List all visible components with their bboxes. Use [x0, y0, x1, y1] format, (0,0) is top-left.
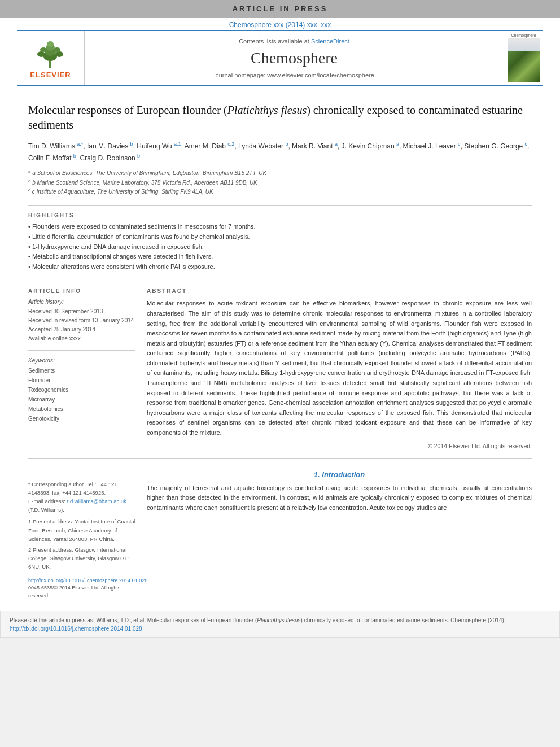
history-items: Received 30 September 2013 Received in r…	[28, 307, 135, 343]
revised: Received in revised form 13 January 2014	[28, 316, 135, 325]
sciencedirect-prefix: Contents lists available at	[239, 38, 311, 45]
highlights-label: HIGHLIGHTS	[28, 212, 532, 219]
intro-col-right: 1. Introduction The majority of terrestr…	[147, 466, 532, 600]
aip-banner: ARTICLE IN PRESS	[0, 0, 560, 18]
highlight-item-2: Little differential accumulation of cont…	[28, 232, 532, 242]
divider-3	[28, 458, 532, 459]
cover-image	[508, 51, 540, 82]
elsevier-logo: ELSEVIER	[30, 37, 71, 79]
citation-prefix: Please cite this article in press as: Wi…	[10, 617, 257, 623]
svg-rect-0	[49, 60, 51, 68]
journal-cover	[508, 38, 540, 82]
title-italic: Platichthys flesus	[228, 104, 307, 116]
footnotes: * Corresponding author. Tel.: +44 121 41…	[28, 475, 135, 571]
history-label: Article history:	[28, 299, 135, 305]
svg-point-6	[55, 51, 63, 57]
intro-heading: 1. Introduction	[147, 470, 532, 479]
citation-bar: Please cite this article in press as: Wi…	[0, 611, 560, 638]
svg-point-4	[47, 41, 54, 47]
journal-homepage: journal homepage: www.elsevier.com/locat…	[214, 72, 374, 78]
svg-point-8	[54, 47, 60, 52]
abstract-text: Molecular responses to acute toxicant ex…	[147, 299, 532, 438]
highlights-list: Flounders were exposed to contaminated s…	[28, 222, 532, 272]
title-plain: Molecular responses of European flounder…	[28, 104, 228, 116]
keyword-4: Metabolomics	[28, 404, 135, 414]
abstract-label: ABSTRACT	[147, 288, 532, 294]
aip-text: ARTICLE IN PRESS	[233, 5, 328, 13]
authors: Tim D. Williams a,*, Ian M. Davies b, Hu…	[28, 140, 532, 164]
intro-col-left: * Corresponding author. Tel.: +44 121 41…	[28, 466, 135, 600]
affiliations: a a School of Biosciences, The Universit…	[28, 168, 532, 196]
elsevier-tree-icon	[33, 37, 67, 68]
online: Available online xxxx	[28, 334, 135, 343]
email-link[interactable]: t.d.williams@bham.ac.uk	[67, 498, 126, 504]
intro-section: 1. Introduction The majority of terrestr…	[147, 470, 532, 513]
divider-keywords	[28, 350, 135, 351]
colin-name: Colin	[28, 154, 43, 162]
article-info-label: ARTICLE INFO	[28, 288, 135, 294]
note2: 2 Present address: Glasgow International…	[28, 545, 135, 571]
masthead: ELSEVIER Contents lists available at Sci…	[17, 30, 543, 86]
keyword-2: Toxicogenomics	[28, 385, 135, 395]
highlights-section: HIGHLIGHTS Flounders were exposed to con…	[28, 212, 532, 272]
svg-point-5	[37, 51, 45, 57]
sciencedirect-line: Contents lists available at ScienceDirec…	[239, 38, 349, 45]
affiliation-a-text: a School of Biosciences, The University …	[32, 171, 266, 177]
keywords-label: Keywords:	[28, 357, 135, 364]
citation-italic: Platichthys flesus	[257, 617, 300, 623]
journal-header-text: Chemosphere xxx (2014) xxx–xxx	[229, 21, 331, 29]
intro-text: The majority of terrestrial and aquatic …	[147, 483, 532, 513]
page: ARTICLE IN PRESS Chemosphere xxx (2014) …	[0, 0, 560, 638]
email-suffix: (T.D. Williams).	[28, 506, 64, 513]
abstract-col: ABSTRACT Molecular responses to acute to…	[147, 288, 532, 449]
masthead-logo: ELSEVIER	[17, 31, 85, 85]
highlight-item-3: 1-Hydroxypyrene and DNA damage increased…	[28, 242, 532, 252]
affiliation-a: a a School of Biosciences, The Universit…	[28, 168, 532, 177]
copyright: © 2014 Elsevier Ltd. All rights reserved…	[147, 443, 532, 449]
cover-label: Chemosphere	[511, 33, 536, 37]
doi-link[interactable]: http://dx.doi.org/10.1016/j.chemosphere.…	[28, 578, 147, 583]
affiliation-b-text: b Marine Scotland Science, Marine Labora…	[32, 180, 257, 186]
keyword-1: Flounder	[28, 375, 135, 385]
doi-area: http://dx.doi.org/10.1016/j.chemosphere.…	[28, 577, 135, 600]
citation-link[interactable]: http://dx.doi.org/10.1016/j.chemosphere.…	[10, 626, 142, 632]
intro-two-col: * Corresponding author. Tel.: +44 121 41…	[28, 466, 532, 600]
two-col-section: ARTICLE INFO Article history: Received 3…	[28, 288, 532, 449]
note1: 1 Present address: Yantai Institute of C…	[28, 517, 135, 543]
highlight-item-1: Flounders were exposed to contaminated s…	[28, 222, 532, 232]
main-content: Molecular responses of European flounder…	[0, 86, 560, 611]
affiliation-c: c c Institute of Aquaculture, The Univer…	[28, 187, 532, 196]
affiliation-b: b b Marine Scotland Science, Marine Labo…	[28, 178, 532, 187]
corresponding-note: * Corresponding author. Tel.: +44 121 41…	[28, 480, 135, 497]
article-info-col: ARTICLE INFO Article history: Received 3…	[28, 288, 135, 449]
keyword-0: Sediments	[28, 366, 135, 375]
masthead-right: Chemosphere	[504, 31, 543, 85]
keyword-5: Genotoxicity	[28, 414, 135, 423]
highlight-item-5: Molecular alterations were consistent wi…	[28, 262, 532, 272]
divider-2	[28, 281, 532, 281]
journal-name: Chemosphere	[251, 49, 338, 67]
doi-link-line: http://dx.doi.org/10.1016/j.chemosphere.…	[28, 577, 135, 585]
sciencedirect-link[interactable]: ScienceDirect	[311, 38, 349, 45]
affiliation-c-text: c Institute of Aquaculture, The Universi…	[32, 189, 213, 195]
accepted: Accepted 25 January 2014	[28, 325, 135, 334]
received: Received 30 September 2013	[28, 307, 135, 316]
keyword-3: Microarray	[28, 395, 135, 404]
email-label: E-mail address:	[28, 498, 67, 504]
citation-middle: ) chronically exposed to contaminated es…	[301, 617, 506, 623]
issn-line: 0045-6535/© 2014 Elsevier Ltd. All right…	[28, 584, 135, 600]
email-line: E-mail address: t.d.williams@bham.ac.uk …	[28, 497, 135, 514]
elsevier-label: ELSEVIER	[30, 71, 71, 79]
masthead-center: Contents lists available at ScienceDirec…	[85, 31, 504, 85]
highlight-item-4: Metabolic and transcriptional changes we…	[28, 252, 532, 262]
divider-1	[28, 205, 532, 206]
keywords-list: Sediments Flounder Toxicogenomics Microa…	[28, 366, 135, 423]
svg-point-7	[40, 47, 47, 52]
journal-header-line: Chemosphere xxx (2014) xxx–xxx	[0, 18, 560, 30]
article-title: Molecular responses of European flounder…	[28, 103, 532, 132]
